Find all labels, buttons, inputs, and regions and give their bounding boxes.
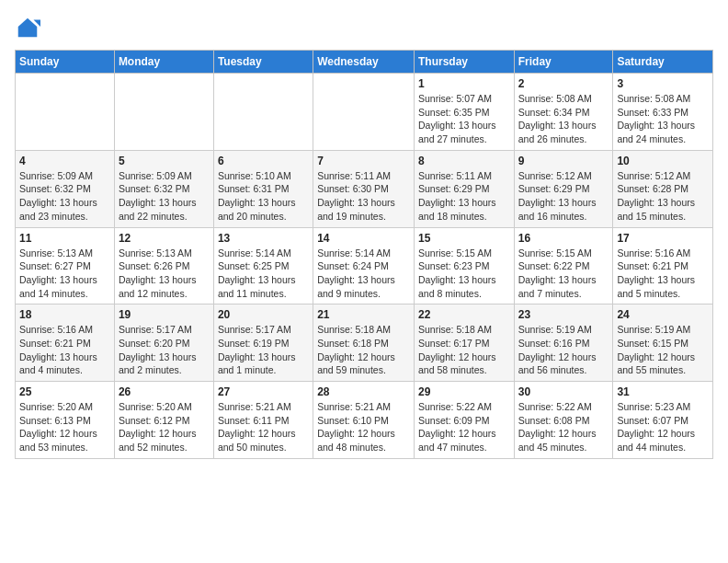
day-number: 12 (119, 232, 210, 245)
day-number: 29 (418, 385, 510, 398)
day-number: 22 (418, 308, 510, 321)
day-info: Sunrise: 5:21 AM Sunset: 6:11 PM Dayligh… (218, 400, 309, 454)
day-number: 14 (317, 232, 410, 245)
header-tuesday: Tuesday (213, 51, 313, 74)
day-info: Sunrise: 5:16 AM Sunset: 6:21 PM Dayligh… (19, 323, 110, 377)
day-number: 21 (317, 308, 410, 321)
day-number: 25 (19, 385, 110, 398)
day-number: 13 (218, 232, 309, 245)
day-info: Sunrise: 5:21 AM Sunset: 6:10 PM Dayligh… (317, 400, 410, 454)
day-info: Sunrise: 5:11 AM Sunset: 6:29 PM Dayligh… (418, 169, 510, 224)
day-number: 23 (518, 308, 609, 321)
calendar-cell (213, 74, 313, 151)
calendar-cell: 23Sunrise: 5:19 AM Sunset: 6:16 PM Dayli… (514, 304, 613, 382)
calendar-cell: 21Sunrise: 5:18 AM Sunset: 6:18 PM Dayli… (313, 304, 415, 382)
day-info: Sunrise: 5:18 AM Sunset: 6:17 PM Dayligh… (418, 323, 510, 377)
calendar-cell (114, 74, 213, 151)
calendar-table: SundayMondayTuesdayWednesdayThursdayFrid… (15, 50, 713, 459)
day-info: Sunrise: 5:12 AM Sunset: 6:29 PM Dayligh… (518, 169, 609, 224)
day-info: Sunrise: 5:09 AM Sunset: 6:32 PM Dayligh… (19, 169, 110, 224)
day-info: Sunrise: 5:16 AM Sunset: 6:21 PM Dayligh… (617, 247, 709, 301)
header-thursday: Thursday (414, 51, 514, 74)
calendar-cell: 29Sunrise: 5:22 AM Sunset: 6:09 PM Dayli… (414, 382, 514, 459)
calendar-week-1: 1Sunrise: 5:07 AM Sunset: 6:35 PM Daylig… (16, 74, 713, 151)
calendar-cell: 18Sunrise: 5:16 AM Sunset: 6:21 PM Dayli… (16, 304, 115, 382)
day-info: Sunrise: 5:19 AM Sunset: 6:16 PM Dayligh… (518, 323, 609, 377)
calendar-cell: 22Sunrise: 5:18 AM Sunset: 6:17 PM Dayli… (414, 304, 514, 382)
day-number: 19 (119, 308, 210, 321)
calendar-cell: 1Sunrise: 5:07 AM Sunset: 6:35 PM Daylig… (414, 74, 514, 151)
header-saturday: Saturday (613, 51, 713, 74)
day-info: Sunrise: 5:17 AM Sunset: 6:20 PM Dayligh… (119, 323, 210, 377)
day-number: 30 (518, 385, 609, 398)
calendar-cell (313, 74, 415, 151)
calendar-header-row: SundayMondayTuesdayWednesdayThursdayFrid… (16, 51, 713, 74)
page-header (15, 15, 713, 40)
calendar-cell: 28Sunrise: 5:21 AM Sunset: 6:10 PM Dayli… (313, 382, 415, 459)
day-info: Sunrise: 5:20 AM Sunset: 6:13 PM Dayligh… (19, 400, 110, 454)
calendar-cell: 3Sunrise: 5:08 AM Sunset: 6:33 PM Daylig… (613, 74, 713, 151)
day-number: 3 (617, 77, 709, 90)
calendar-week-2: 4Sunrise: 5:09 AM Sunset: 6:32 PM Daylig… (16, 150, 713, 227)
day-number: 1 (418, 77, 510, 90)
day-number: 5 (119, 155, 210, 167)
day-number: 28 (317, 385, 410, 398)
calendar-cell (16, 74, 115, 151)
calendar-cell: 15Sunrise: 5:15 AM Sunset: 6:23 PM Dayli… (414, 227, 514, 304)
day-number: 2 (518, 77, 609, 90)
calendar-cell: 14Sunrise: 5:14 AM Sunset: 6:24 PM Dayli… (313, 227, 415, 304)
logo (15, 15, 44, 40)
day-number: 27 (218, 385, 309, 398)
day-number: 20 (218, 308, 309, 321)
day-number: 8 (418, 155, 510, 167)
day-info: Sunrise: 5:11 AM Sunset: 6:30 PM Dayligh… (317, 169, 410, 224)
day-number: 26 (119, 385, 210, 398)
day-info: Sunrise: 5:13 AM Sunset: 6:27 PM Dayligh… (19, 247, 110, 301)
header-monday: Monday (114, 51, 213, 74)
calendar-week-3: 11Sunrise: 5:13 AM Sunset: 6:27 PM Dayli… (16, 227, 713, 304)
calendar-week-4: 18Sunrise: 5:16 AM Sunset: 6:21 PM Dayli… (16, 304, 713, 382)
calendar-cell: 19Sunrise: 5:17 AM Sunset: 6:20 PM Dayli… (114, 304, 213, 382)
calendar-cell: 27Sunrise: 5:21 AM Sunset: 6:11 PM Dayli… (213, 382, 313, 459)
day-info: Sunrise: 5:20 AM Sunset: 6:12 PM Dayligh… (119, 400, 210, 454)
calendar-cell: 8Sunrise: 5:11 AM Sunset: 6:29 PM Daylig… (414, 150, 514, 227)
header-sunday: Sunday (16, 51, 115, 74)
day-number: 6 (218, 155, 309, 167)
calendar-cell: 9Sunrise: 5:12 AM Sunset: 6:29 PM Daylig… (514, 150, 613, 227)
day-number: 31 (617, 385, 709, 398)
calendar-cell: 7Sunrise: 5:11 AM Sunset: 6:30 PM Daylig… (313, 150, 415, 227)
day-number: 9 (518, 155, 609, 167)
day-number: 17 (617, 232, 709, 245)
calendar-cell: 4Sunrise: 5:09 AM Sunset: 6:32 PM Daylig… (16, 150, 115, 227)
calendar-cell: 25Sunrise: 5:20 AM Sunset: 6:13 PM Dayli… (16, 382, 115, 459)
calendar-cell: 2Sunrise: 5:08 AM Sunset: 6:34 PM Daylig… (514, 74, 613, 151)
day-info: Sunrise: 5:13 AM Sunset: 6:26 PM Dayligh… (119, 247, 210, 301)
day-info: Sunrise: 5:15 AM Sunset: 6:22 PM Dayligh… (518, 247, 609, 301)
calendar-cell: 26Sunrise: 5:20 AM Sunset: 6:12 PM Dayli… (114, 382, 213, 459)
day-info: Sunrise: 5:07 AM Sunset: 6:35 PM Dayligh… (418, 92, 510, 146)
day-number: 11 (19, 232, 110, 245)
day-number: 24 (617, 308, 709, 321)
calendar-cell: 12Sunrise: 5:13 AM Sunset: 6:26 PM Dayli… (114, 227, 213, 304)
calendar-cell: 10Sunrise: 5:12 AM Sunset: 6:28 PM Dayli… (613, 150, 713, 227)
calendar-cell: 13Sunrise: 5:14 AM Sunset: 6:25 PM Dayli… (213, 227, 313, 304)
day-info: Sunrise: 5:12 AM Sunset: 6:28 PM Dayligh… (617, 169, 709, 224)
logo-icon (15, 15, 40, 40)
day-number: 7 (317, 155, 410, 167)
day-number: 4 (19, 155, 110, 167)
day-info: Sunrise: 5:15 AM Sunset: 6:23 PM Dayligh… (418, 247, 510, 301)
day-info: Sunrise: 5:22 AM Sunset: 6:08 PM Dayligh… (518, 400, 609, 454)
calendar-cell: 20Sunrise: 5:17 AM Sunset: 6:19 PM Dayli… (213, 304, 313, 382)
svg-marker-0 (18, 18, 38, 38)
day-info: Sunrise: 5:09 AM Sunset: 6:32 PM Dayligh… (119, 169, 210, 224)
day-number: 15 (418, 232, 510, 245)
calendar-cell: 24Sunrise: 5:19 AM Sunset: 6:15 PM Dayli… (613, 304, 713, 382)
day-info: Sunrise: 5:08 AM Sunset: 6:33 PM Dayligh… (617, 92, 709, 146)
calendar-cell: 5Sunrise: 5:09 AM Sunset: 6:32 PM Daylig… (114, 150, 213, 227)
calendar-cell: 16Sunrise: 5:15 AM Sunset: 6:22 PM Dayli… (514, 227, 613, 304)
day-info: Sunrise: 5:10 AM Sunset: 6:31 PM Dayligh… (218, 169, 309, 224)
day-info: Sunrise: 5:17 AM Sunset: 6:19 PM Dayligh… (218, 323, 309, 377)
calendar-week-5: 25Sunrise: 5:20 AM Sunset: 6:13 PM Dayli… (16, 382, 713, 459)
day-info: Sunrise: 5:14 AM Sunset: 6:25 PM Dayligh… (218, 247, 309, 301)
day-number: 18 (19, 308, 110, 321)
